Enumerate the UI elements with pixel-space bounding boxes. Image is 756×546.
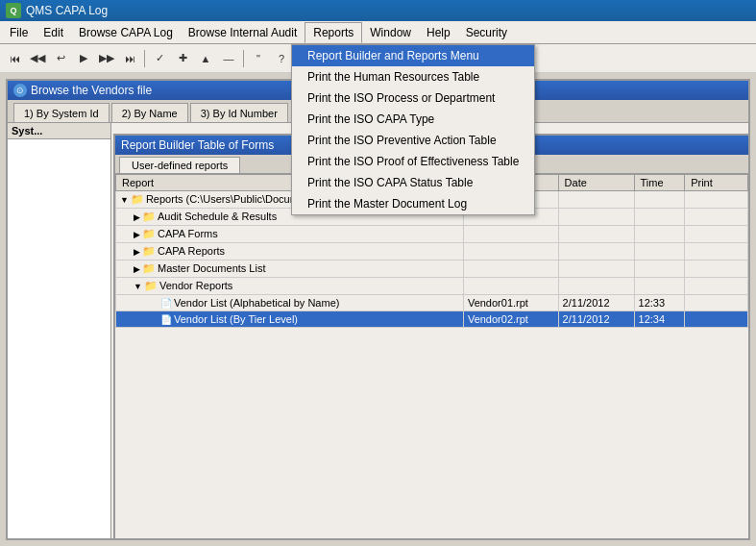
menu-reports[interactable]: Reports	[305, 22, 362, 43]
folder-closed-icon: 📁	[142, 262, 156, 274]
file-icon: 📄	[160, 314, 172, 325]
app-icon: Q	[6, 3, 21, 18]
row-file: Vendor01.rpt	[463, 295, 558, 311]
col-print: Print	[685, 175, 748, 191]
toolbar-first[interactable]: ⏮	[4, 48, 25, 69]
toolbar-add[interactable]: ✚	[172, 48, 193, 69]
menu-file[interactable]: File	[2, 23, 36, 42]
dropdown-item-5[interactable]: Print the ISO Proof of Effectiveness Tab…	[292, 151, 534, 172]
table-row[interactable]: ▶📁CAPA Reports	[116, 243, 748, 261]
table-row[interactable]: 📄Vendor List (By Tier Level)Vendor02.rpt…	[116, 311, 748, 328]
dropdown-item-6[interactable]: Print the ISO CAPA Status Table	[292, 172, 534, 193]
toolbar-up[interactable]: ▲	[195, 48, 216, 69]
folder-closed-icon: 📁	[142, 211, 156, 222]
toolbar-quote[interactable]: "	[248, 48, 269, 69]
menu-browse-capa[interactable]: Browse CAPA Log	[71, 23, 181, 42]
row-time	[634, 278, 685, 295]
tree-indent: ▶	[134, 211, 142, 222]
table-row[interactable]: ▶📁CAPA Forms	[116, 226, 748, 243]
menu-security[interactable]: Security	[458, 23, 515, 42]
row-file	[463, 243, 558, 261]
toolbar-prev-prev[interactable]: ◀◀	[27, 48, 48, 69]
tree-indent: ▶	[134, 245, 142, 257]
dropdown-item-0[interactable]: Report Builder and Reports Menu	[292, 45, 534, 66]
toolbar-dash[interactable]: —	[218, 48, 239, 69]
row-date	[558, 209, 634, 226]
toolbar-prev[interactable]: ↩	[50, 48, 71, 69]
menu-window[interactable]: Window	[362, 23, 419, 42]
row-time	[634, 226, 685, 243]
tree-indent	[147, 297, 160, 309]
browse-window-title: Browse the Vendors file	[31, 84, 152, 97]
table-row[interactable]: ▶📁Master Documents List	[116, 261, 748, 278]
toolbar-sep-1	[144, 50, 145, 67]
file-icon: 📄	[160, 298, 172, 309]
collapse-icon[interactable]: ▼	[134, 282, 142, 291]
row-date: 2/11/2012	[558, 311, 634, 328]
row-date	[558, 226, 634, 243]
menu-edit[interactable]: Edit	[36, 23, 71, 42]
row-date: 2/11/2012	[558, 295, 634, 311]
folder-closed-icon: 📁	[142, 245, 156, 257]
row-label: Vendor Reports	[159, 280, 232, 291]
row-file	[463, 261, 558, 278]
toolbar-check[interactable]: ✓	[149, 48, 170, 69]
row-label: CAPA Forms	[158, 228, 218, 239]
tab-by-system-id[interactable]: 1) By System Id	[13, 103, 110, 122]
expand-icon[interactable]: ▶	[134, 212, 140, 222]
dropdown-item-7[interactable]: Print the Master Document Log	[292, 193, 534, 214]
title-bar-text: QMS CAPA Log	[26, 4, 108, 17]
row-label: Vendor List (Alphabetical by Name)	[174, 297, 339, 309]
row-time: 12:33	[634, 295, 685, 311]
row-label: CAPA Reports	[158, 245, 225, 257]
browse-window-icon: ⊙	[13, 84, 27, 97]
rb-tab-user-reports[interactable]: User-defined reports	[119, 157, 240, 173]
folder-open-icon: 📁	[131, 193, 144, 205]
row-print	[685, 209, 748, 226]
row-print	[685, 191, 748, 209]
tree-indent: ▶	[134, 228, 142, 239]
tab-by-name[interactable]: 2) By Name	[111, 103, 188, 122]
menu-browse-internal[interactable]: Browse Internal Audit	[181, 23, 305, 42]
row-print	[685, 261, 748, 278]
tree-indent: ▼	[134, 280, 144, 291]
tree-indent	[147, 313, 160, 325]
folder-closed-icon: 📁	[142, 228, 156, 239]
expand-icon[interactable]: ▶	[134, 247, 140, 257]
table-row[interactable]: 📄Vendor List (Alphabetical by Name)Vendo…	[116, 295, 748, 311]
toolbar-next[interactable]: ▶	[73, 48, 94, 69]
dropdown-item-2[interactable]: Print the ISO Process or Department	[292, 87, 534, 109]
dropdown-item-3[interactable]: Print the ISO CAPA Type	[292, 109, 534, 130]
menu-help[interactable]: Help	[419, 23, 458, 42]
menu-bar: File Edit Browse CAPA Log Browse Interna…	[0, 21, 756, 44]
title-bar: Q QMS CAPA Log	[0, 0, 756, 21]
toolbar-next-next[interactable]: ▶▶	[96, 48, 117, 69]
row-time: 12:34	[634, 311, 685, 328]
table-row[interactable]: ▼📁Vendor Reports	[116, 278, 748, 295]
row-date	[558, 261, 634, 278]
toolbar-help[interactable]: ?	[271, 48, 292, 69]
row-time	[634, 209, 685, 226]
expand-icon[interactable]: ▶	[134, 264, 140, 274]
row-print	[685, 226, 748, 243]
left-panel-header: Syst...	[8, 123, 110, 139]
dropdown-item-1[interactable]: Print the Human Resources Table	[292, 66, 534, 87]
reports-dropdown-menu: Report Builder and Reports MenuPrint the…	[291, 44, 535, 215]
expand-icon[interactable]: ▶	[134, 230, 140, 239]
collapse-icon[interactable]: ▼	[120, 195, 129, 205]
row-file	[463, 226, 558, 243]
dropdown-item-4[interactable]: Print the ISO Preventive Action Table	[292, 130, 534, 151]
row-label: Audit Schedule & Results	[158, 211, 277, 222]
report-table-container[interactable]: Report File Date Time Print ▼📁Reports (C…	[115, 174, 748, 534]
col-time: Time	[634, 175, 685, 191]
toolbar-last[interactable]: ⏭	[119, 48, 140, 69]
row-print	[685, 243, 748, 261]
row-date	[558, 243, 634, 261]
tab-by-id-number[interactable]: 3) By Id Number	[190, 103, 288, 122]
row-print	[685, 311, 748, 328]
toolbar-sep-2	[243, 50, 244, 67]
tree-indent: ▶	[134, 262, 142, 274]
row-file: Vendor02.rpt	[463, 311, 558, 328]
row-date	[558, 191, 634, 209]
row-time	[634, 243, 685, 261]
